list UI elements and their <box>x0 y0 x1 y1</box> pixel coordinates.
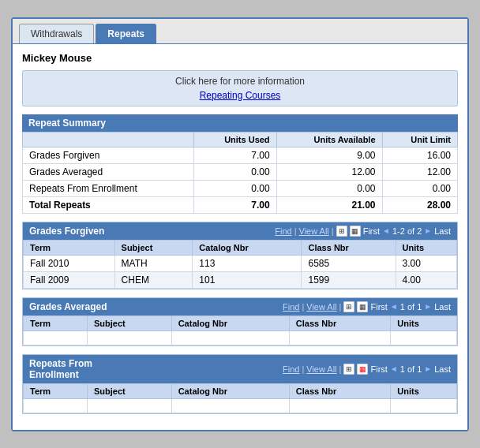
main-container: Withdrawals Repeats Mickey Mouse Click h… <box>11 17 469 431</box>
page-content: Mickey Mouse Click here for more informa… <box>13 44 467 430</box>
last-label[interactable]: Last <box>434 302 451 312</box>
repeat-summary-table: Units Used Units Available Unit Limit Gr… <box>22 132 458 214</box>
repeating-courses-link[interactable]: Repeating Courses <box>31 90 449 101</box>
prev-arrow[interactable]: ◄ <box>382 226 390 235</box>
cell-subject: MATH <box>114 255 193 271</box>
grades-averaged-section: Grades Averaged Find | View All | ⊞ ▦ Fi… <box>22 297 458 346</box>
grades-forgiven-section: Grades Forgiven Find | View All | ⊞ ▦ Fi… <box>22 222 458 289</box>
find-link[interactable]: Find <box>283 364 299 374</box>
next-arrow[interactable]: ► <box>424 226 432 235</box>
find-link[interactable]: Find <box>275 226 291 236</box>
table-icon[interactable]: ▦ <box>357 364 368 375</box>
cell-label: Grades Averaged <box>23 163 194 180</box>
view-all-link[interactable]: View All <box>306 364 336 374</box>
next-arrow[interactable]: ► <box>424 302 432 311</box>
prev-arrow[interactable]: ◄ <box>390 364 398 373</box>
page-info: 1 of 1 <box>400 364 422 374</box>
col-term: Term <box>24 240 115 255</box>
tab-withdrawals[interactable]: Withdrawals <box>19 24 94 43</box>
col-class-nbr: Class Nbr <box>289 315 391 330</box>
col-subject: Subject <box>114 240 193 255</box>
grades-averaged-header: Grades Averaged Find | View All | ⊞ ▦ Fi… <box>23 298 457 315</box>
col-catalog-nbr: Catalog Nbr <box>171 383 289 398</box>
col-catalog-nbr: Catalog Nbr <box>193 240 302 255</box>
cell-units-available: 0.00 <box>276 180 382 196</box>
grades-averaged-table: Term Subject Catalog Nbr Class Nbr Units <box>23 315 457 345</box>
cell-class-nbr: 1599 <box>302 271 396 288</box>
cell-term: Fall 2010 <box>24 255 115 271</box>
col-units: Units <box>396 240 457 255</box>
repeat-summary-header: Repeat Summary <box>22 114 458 132</box>
repeats-enrollment-nav: Find | View All | ⊞ ▦ First ◄ 1 of 1 ► L… <box>283 364 451 375</box>
info-click-text[interactable]: Click here for more information <box>175 76 305 87</box>
cell-units-available: 12.00 <box>276 163 382 180</box>
table-icon[interactable]: ▦ <box>357 301 368 312</box>
cell-units: 4.00 <box>396 271 457 288</box>
cell-label: Total Repeats <box>23 196 194 213</box>
col-term: Term <box>24 315 88 330</box>
grid-icon[interactable]: ⊞ <box>343 364 354 375</box>
grades-forgiven-title: Grades Forgiven <box>29 226 104 237</box>
table-row: Grades Averaged 0.00 12.00 12.00 <box>23 163 458 180</box>
summary-col-unit-limit: Unit Limit <box>382 132 457 147</box>
cell-catalog-nbr: 113 <box>193 255 302 271</box>
col-units: Units <box>391 315 457 330</box>
table-row-empty <box>24 398 457 413</box>
table-row-empty <box>24 330 457 345</box>
summary-col-units-available: Units Available <box>276 132 382 147</box>
cell-units-available: 21.00 <box>276 196 382 213</box>
page-info: 1 of 1 <box>400 302 422 312</box>
cell-units-used: 0.00 <box>193 180 276 196</box>
repeats-enrollment-title: Repeats From Enrollment <box>29 358 92 380</box>
col-subject: Subject <box>88 383 172 398</box>
cell-subject: CHEM <box>114 271 193 288</box>
col-term: Term <box>24 383 88 398</box>
cell-class-nbr: 6585 <box>302 255 396 271</box>
cell-units-used: 0.00 <box>193 163 276 180</box>
last-label[interactable]: Last <box>434 226 451 236</box>
summary-col-label <box>23 132 194 147</box>
summary-col-units-used: Units Used <box>193 132 276 147</box>
grades-forgiven-header: Grades Forgiven Find | View All | ⊞ ▦ Fi… <box>23 222 457 240</box>
cell-units-used: 7.00 <box>193 196 276 213</box>
table-row: Fall 2009 CHEM 101 1599 4.00 <box>24 271 457 288</box>
last-label[interactable]: Last <box>434 364 451 374</box>
next-arrow[interactable]: ► <box>424 364 432 373</box>
col-class-nbr: Class Nbr <box>289 383 391 398</box>
cell-unit-limit: 28.00 <box>382 196 457 213</box>
repeats-enrollment-table: Term Subject Catalog Nbr Class Nbr Units <box>23 383 457 413</box>
tab-bar: Withdrawals Repeats <box>13 19 467 44</box>
grades-forgiven-table: Term Subject Catalog Nbr Class Nbr Units… <box>23 240 457 289</box>
find-link[interactable]: Find <box>283 302 299 312</box>
table-row: Grades Forgiven 7.00 9.00 16.00 <box>23 147 458 163</box>
prev-arrow[interactable]: ◄ <box>390 302 398 311</box>
view-all-link[interactable]: View All <box>299 226 329 236</box>
cell-units-available: 9.00 <box>276 147 382 163</box>
repeats-enrollment-section: Repeats From Enrollment Find | View All … <box>22 354 458 414</box>
tab-repeats[interactable]: Repeats <box>96 24 156 43</box>
grid-icon[interactable]: ⊞ <box>336 226 347 237</box>
table-row-total: Total Repeats 7.00 21.00 28.00 <box>23 196 458 213</box>
cell-catalog-nbr: 101 <box>193 271 302 288</box>
page-info: 1-2 of 2 <box>392 226 422 236</box>
first-label[interactable]: First <box>363 226 380 236</box>
col-subject: Subject <box>88 315 172 330</box>
cell-unit-limit: 0.00 <box>382 180 457 196</box>
grades-averaged-nav: Find | View All | ⊞ ▦ First ◄ 1 of 1 ► L… <box>283 301 451 312</box>
first-label[interactable]: First <box>370 364 387 374</box>
cell-term: Fall 2009 <box>24 271 115 288</box>
table-icon[interactable]: ▦ <box>350 226 361 237</box>
repeats-enrollment-header: Repeats From Enrollment Find | View All … <box>23 355 457 383</box>
cell-label: Grades Forgiven <box>23 147 194 163</box>
col-units: Units <box>391 383 457 398</box>
grid-icon[interactable]: ⊞ <box>343 301 354 312</box>
view-all-link[interactable]: View All <box>306 302 336 312</box>
col-catalog-nbr: Catalog Nbr <box>171 315 289 330</box>
cell-unit-limit: 12.00 <box>382 163 457 180</box>
info-box: Click here for more information Repeatin… <box>22 70 458 106</box>
table-row: Repeats From Enrollment 0.00 0.00 0.00 <box>23 180 458 196</box>
cell-label: Repeats From Enrollment <box>23 180 194 196</box>
cell-units: 3.00 <box>396 255 457 271</box>
first-label[interactable]: First <box>370 302 387 312</box>
col-class-nbr: Class Nbr <box>302 240 396 255</box>
